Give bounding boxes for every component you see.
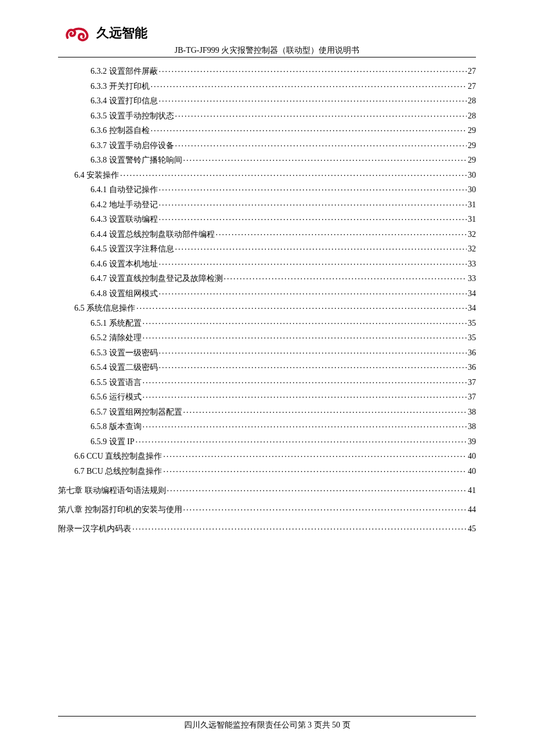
toc-entry: 6.4.6 设置本机地址33 — [58, 258, 476, 268]
toc-entry-label: 6.5.9 设置 IP — [91, 438, 135, 446]
toc-leader-dots — [159, 95, 467, 103]
toc-entry-page: 30 — [467, 186, 476, 194]
toc-leader-dots — [120, 170, 467, 178]
toc-entry-page: 32 — [467, 231, 476, 239]
toc-entry: 6.4.1 自动登记操作30 — [58, 184, 476, 194]
toc-entry: 6.3.5 设置手动控制状态28 — [58, 110, 476, 120]
toc-entry-page: 33 — [467, 260, 476, 268]
toc-entry: 6.3.4 设置打印信息28 — [58, 95, 476, 105]
toc-entry-label: 第七章 联动编程语句语法规则 — [58, 487, 167, 495]
footer-divider — [58, 716, 476, 717]
toc-entry-label: 6.4.4 设置总线控制盘联动部件编程 — [91, 231, 216, 239]
toc-entry-page: 38 — [467, 423, 476, 431]
toc-entry: 6.5.1 系统配置35 — [58, 318, 476, 327]
toc-leader-dots — [159, 184, 467, 192]
toc-entry: 6.3.7 设置手动启停设备29 — [58, 140, 476, 150]
toc-leader-dots — [136, 303, 467, 311]
toc-leader-dots — [151, 125, 467, 133]
brand-name: 久远智能 — [96, 24, 147, 42]
toc-entry: 6.3.6 控制器自检29 — [58, 125, 476, 135]
toc-entry: 6.3.2 设置部件屏蔽27 — [58, 66, 476, 75]
toc-leader-dots — [175, 110, 467, 118]
toc-entry: 6.4.5 设置汉字注释信息32 — [58, 243, 476, 253]
toc-entry-label: 6.4.6 设置本机地址 — [91, 260, 159, 268]
toc-entry-label: 6.4.5 设置汉字注释信息 — [91, 245, 175, 253]
toc-entry: 6.5.2 清除处理35 — [58, 332, 476, 342]
toc-entry-label: 6.5.7 设置组网控制器配置 — [91, 408, 183, 416]
toc-entry: 第七章 联动编程语句语法规则41 — [58, 485, 476, 495]
toc-leader-dots — [183, 504, 467, 512]
toc-entry: 6.4.2 地址手动登记31 — [58, 199, 476, 209]
toc-entry-page: 39 — [467, 438, 476, 446]
toc-entry-page: 37 — [467, 379, 476, 387]
toc-entry-page: 29 — [467, 156, 476, 164]
logo-row: 久远智能 — [64, 23, 476, 43]
toc-entry: 6.4.4 设置总线控制盘联动部件编程32 — [58, 229, 476, 239]
toc-leader-dots — [159, 362, 467, 370]
toc-entry-page: 37 — [467, 393, 476, 401]
toc-entry-page: 27 — [467, 82, 476, 91]
toc-leader-dots — [159, 214, 467, 222]
toc-entry-label: 第八章 控制器打印机的安装与使用 — [58, 506, 183, 514]
toc-entry-page: 36 — [467, 349, 476, 357]
toc-entry-page: 34 — [467, 290, 476, 298]
toc-entry-label: 6.5.1 系统配置 — [91, 319, 143, 327]
toc-leader-dots — [175, 140, 467, 148]
toc-entry-page: 45 — [467, 525, 476, 533]
toc-leader-dots — [159, 66, 467, 74]
toc-entry-page: 29 — [467, 127, 476, 135]
toc-entry: 6.5.4 设置二级密码36 — [58, 362, 476, 372]
toc-entry-page: 35 — [467, 334, 476, 342]
toc-entry-page: 31 — [467, 215, 476, 224]
toc-leader-dots — [159, 347, 467, 355]
toc-entry-label: 6.4.2 地址手动登记 — [91, 201, 159, 209]
toc-entry: 6.5.9 设置 IP39 — [58, 436, 476, 446]
toc-entry-page: 29 — [467, 142, 476, 150]
toc-entry: 6.4.3 设置联动编程31 — [58, 214, 476, 224]
toc-entry-page: 40 — [467, 467, 476, 476]
toc-entry-page: 34 — [467, 304, 476, 312]
toc-entry: 6.5.3 设置一级密码36 — [58, 347, 476, 357]
toc-leader-dots — [132, 523, 467, 531]
toc-entry-label: 6.4 安装操作 — [74, 171, 120, 179]
toc-leader-dots — [143, 318, 467, 326]
toc-entry-label: 6.5.5 设置语言 — [91, 379, 143, 387]
toc-leader-dots — [143, 332, 467, 340]
toc-entry: 第八章 控制器打印机的安装与使用44 — [58, 504, 476, 514]
toc-entry: 6.3.3 开关打印机27 — [58, 81, 476, 91]
toc-leader-dots — [135, 436, 467, 444]
footer-text: 四川久远智能监控有限责任公司第 3 页共 50 页 — [58, 720, 476, 730]
toc-entry-label: 6.3.4 设置打印信息 — [91, 97, 159, 105]
toc-entry: 6.5.6 运行模式37 — [58, 391, 476, 401]
toc-entry: 6.5.5 设置语言37 — [58, 377, 476, 387]
toc-entry-page: 35 — [467, 319, 476, 327]
toc-leader-dots — [183, 406, 467, 415]
toc-leader-dots — [183, 154, 467, 163]
table-of-contents: 6.3.2 设置部件屏蔽276.3.3 开关打印机276.3.4 设置打印信息2… — [58, 66, 476, 533]
toc-leader-dots — [167, 485, 467, 493]
toc-entry-page: 28 — [467, 112, 476, 120]
toc-entry: 6.7 BCU 总线控制盘操作40 — [58, 466, 476, 476]
toc-leader-dots — [159, 258, 467, 267]
toc-entry-page: 31 — [467, 201, 476, 209]
toc-entry-page: 28 — [467, 97, 476, 105]
toc-entry: 6.5.8 版本查询38 — [58, 421, 476, 431]
page-footer: 四川久远智能监控有限责任公司第 3 页共 50 页 — [0, 716, 534, 730]
toc-entry-page: 40 — [467, 452, 476, 460]
toc-entry-label: 6.5.2 清除处理 — [91, 334, 143, 342]
toc-entry-label: 6.3.5 设置手动控制状态 — [91, 112, 175, 120]
toc-entry-page: 44 — [467, 506, 476, 514]
toc-entry-page: 36 — [467, 363, 476, 372]
toc-entry-label: 6.4.8 设置组网模式 — [91, 290, 159, 298]
toc-leader-dots — [143, 421, 467, 429]
toc-leader-dots — [163, 451, 467, 459]
toc-entry-label: 6.4.1 自动登记操作 — [91, 186, 159, 194]
toc-leader-dots — [224, 273, 467, 281]
toc-leader-dots — [143, 377, 467, 385]
toc-entry: 6.4.8 设置组网模式34 — [58, 288, 476, 298]
toc-entry-page: 41 — [467, 487, 476, 495]
brand-logo-icon — [64, 23, 92, 43]
toc-entry-label: 6.5.3 设置一级密码 — [91, 349, 159, 357]
toc-entry-label: 6.4.3 设置联动编程 — [91, 215, 159, 224]
toc-entry: 6.5 系统信息操作34 — [58, 303, 476, 312]
